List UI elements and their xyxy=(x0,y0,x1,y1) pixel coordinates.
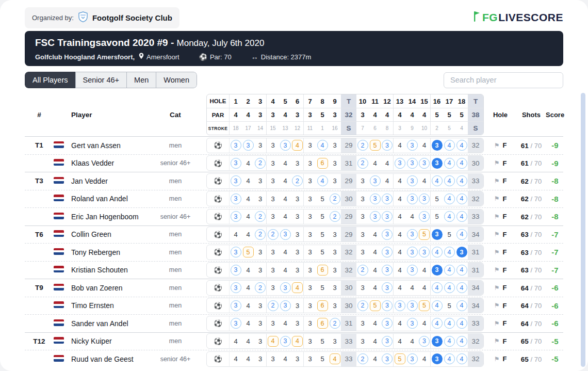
player-row[interactable]: Tony Rebergenmen⚽3533433533234343344331⚑… xyxy=(25,243,563,261)
hole-score-cell: 4 xyxy=(443,245,455,260)
col-rank: # xyxy=(25,111,54,119)
search-input[interactable] xyxy=(444,72,563,88)
birdie-badge: 3 xyxy=(382,300,393,311)
birdie-badge: 2 xyxy=(330,211,340,222)
player-row[interactable]: Klaas Veddersenior 46+⚽34234336331244333… xyxy=(25,154,563,172)
eagle-badge: 3 xyxy=(432,336,443,347)
back-nine-total: 34 xyxy=(468,281,483,295)
player-row[interactable]: T12Nicky Kuipermen⚽443434353333434433443… xyxy=(25,332,563,350)
hole-score-cell: 3 xyxy=(267,191,279,206)
hole-score-cell: 2 xyxy=(267,227,279,241)
header-total: T xyxy=(468,94,483,108)
hole-score-cell: 3 xyxy=(329,174,341,188)
player-row[interactable]: Eric Jan Hogenboomsenior 46+⚽34234335229… xyxy=(25,207,563,225)
hole-score-cell: 3 xyxy=(230,156,242,170)
hole-score-cell: 3 xyxy=(230,245,242,260)
fg-livescore-logo[interactable]: FG LIVESCORE xyxy=(473,10,563,25)
hole-score-cell: 3 xyxy=(329,245,341,260)
front-nine-total: 29 xyxy=(341,209,356,224)
header-value: 5 xyxy=(316,108,329,121)
birdie-badge: 2 xyxy=(357,140,368,151)
header-value: 13 xyxy=(279,122,291,135)
hole-score-cell: 4 xyxy=(394,209,406,224)
player-score: -8 xyxy=(546,176,564,185)
player-row[interactable]: Sander van Andelmen⚽34334336231343434444… xyxy=(25,314,563,332)
bogey-badge: 6 xyxy=(317,300,328,311)
player-row[interactable]: T6Collin Greenmen⚽4422333532934343535434… xyxy=(25,225,563,244)
hole-score-cell: 2 xyxy=(356,352,369,366)
finished-label: F xyxy=(502,159,507,167)
hole-score-cell: 3 xyxy=(291,298,304,313)
player-row[interactable]: Kristian Schoutenmen⚽3433433633224343434… xyxy=(25,261,563,279)
header-value: 11 xyxy=(304,122,316,135)
hole-score-cell: 3 xyxy=(406,352,418,366)
header-value: 4 xyxy=(267,94,279,108)
hole-score-cell: 4 xyxy=(418,281,431,295)
hole-score-cell: 4 xyxy=(455,352,468,366)
event-venue: Golfclub Hoogland Amersfoort, xyxy=(35,53,135,61)
front-nine-total: 33 xyxy=(341,334,356,348)
header-total: S xyxy=(341,122,356,135)
birdie-badge: 4 xyxy=(444,140,455,151)
hole-score-cell: 3 xyxy=(291,227,304,241)
bogey-badge: 4 xyxy=(292,336,303,347)
hole-score-cell: 4 xyxy=(279,174,291,188)
birdie-badge: 3 xyxy=(407,175,418,186)
player-shots: 62 / 70 xyxy=(517,212,546,221)
player-hole-status: ⚑F xyxy=(484,319,517,327)
tab-senior-46-[interactable]: Senior 46+ xyxy=(75,72,127,88)
hole-score-cell: 4 xyxy=(329,352,341,366)
birdie-badge: 2 xyxy=(255,158,266,169)
tab-women[interactable]: Women xyxy=(156,72,197,88)
hole-score-cell: 4 xyxy=(455,138,468,153)
header-value: 3 xyxy=(329,108,341,121)
header-value: 16 xyxy=(329,122,341,135)
player-row[interactable]: T1Gert van Assenmen⚽33333434329253434344… xyxy=(25,136,563,154)
player-row[interactable]: Timo Ernstenmen⚽3432333633025333545434⚑F… xyxy=(25,297,563,315)
back-nine-total: 32 xyxy=(468,334,483,348)
back-nine-total: 32 xyxy=(468,352,483,366)
hole-score-cell: 3 xyxy=(267,245,279,260)
birdie-badge: 2 xyxy=(357,265,368,276)
hole-score-cell: 3 xyxy=(406,245,418,260)
player-shots: 64 / 70 xyxy=(517,283,546,293)
hole-score-cell: 3 xyxy=(381,316,394,331)
player-shots: 63 / 70 xyxy=(517,265,546,275)
front-nine-total: 29 xyxy=(341,227,356,241)
hole-score-cell: 3 xyxy=(329,156,341,170)
player-category: men xyxy=(144,249,206,256)
tab-all-players[interactable]: All Players xyxy=(25,72,76,88)
birdie-badge: 2 xyxy=(268,229,279,240)
hole-score-cell: 3 xyxy=(418,334,431,348)
birdie-badge: 4 xyxy=(456,140,467,151)
hole-score-cell: 4 xyxy=(455,174,468,188)
player-row[interactable]: Ruud van de Geestsenior 46+⚽443343354332… xyxy=(25,350,563,368)
hole-score-cell: 4 xyxy=(279,263,291,277)
hole-score-cell: 4 xyxy=(394,263,406,277)
hole-score-cell: 3 xyxy=(254,298,267,313)
bogey-badge: 6 xyxy=(317,265,328,276)
hole-score-cell: 4 xyxy=(316,138,329,153)
hole-score-cell: 2 xyxy=(267,298,279,313)
organizer-chip[interactable]: Organized by: Footgolf Society Club xyxy=(25,7,179,28)
player-row[interactable]: Roland van Andelmen⚽34334335230333433544… xyxy=(25,190,563,208)
birdie-badge: 2 xyxy=(292,175,303,186)
player-row[interactable]: T3Jan Veddermen⚽3433423432933443444433⚑F… xyxy=(25,172,563,190)
hole-score-cell: 3 xyxy=(230,316,242,331)
finish-flag-icon: ⚑ xyxy=(494,213,500,220)
player-row[interactable]: T9Bob van Zoerenmen⚽34233435330343444444… xyxy=(25,279,563,297)
tab-men[interactable]: Men xyxy=(126,72,156,88)
hole-score-cell: 4 xyxy=(242,174,254,188)
vertical-scrollbar[interactable] xyxy=(581,93,585,367)
hole-score-cell: 3 xyxy=(381,209,394,224)
birdie-badge: 4 xyxy=(444,247,455,257)
header-value: 4 xyxy=(418,108,431,121)
hole-score-cell: 3 xyxy=(431,334,443,348)
hole-score-cell: 3 xyxy=(267,263,279,277)
country-flag-nl xyxy=(54,248,67,257)
front-nine-total: 31 xyxy=(341,156,356,170)
hole-score-cell: 4 xyxy=(230,227,242,241)
front-nine-total: 33 xyxy=(341,352,356,366)
birdie-badge: 3 xyxy=(231,158,241,169)
hole-score-cell: 4 xyxy=(394,281,406,295)
